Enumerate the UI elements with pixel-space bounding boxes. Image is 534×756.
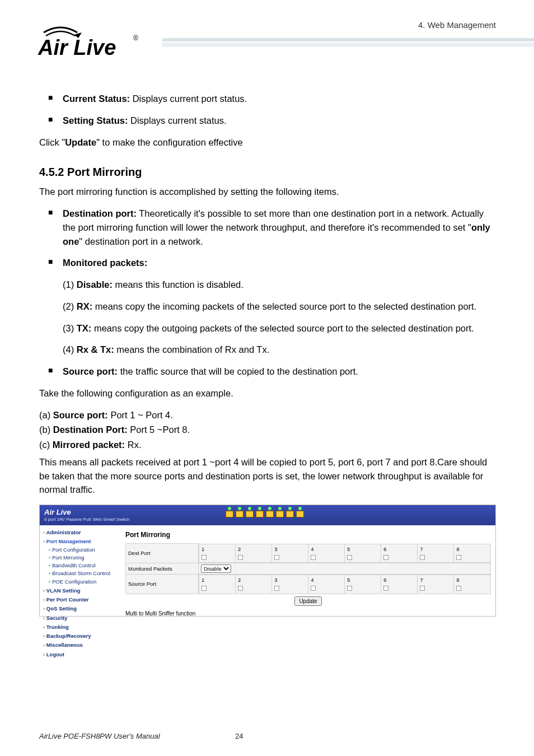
bullet-current-status: Current Status: Displays current port st… [48,92,496,106]
port-checkbox[interactable] [456,586,461,591]
sidebar-item[interactable]: Security [43,614,118,622]
port-checkbox[interactable] [456,555,461,560]
port-checkbox[interactable] [202,555,207,560]
example-result: This means all packets received at port … [39,455,496,497]
port-cell: 8 [454,544,490,563]
svg-text:Air Live: Air Live [38,36,116,59]
port-cell: 6 [381,544,418,563]
monitored-packets-label: Monitored Packets [126,563,199,575]
term: Setting Status: [63,115,128,125]
nav-port-management[interactable]: Port Management [43,538,118,545]
port-cell: 1 [199,544,236,563]
mirroring-table: Dest Port 12345678 Monitored Packets Dis… [125,543,491,594]
port-cell: 5 [345,575,381,594]
port-checkbox[interactable] [420,555,425,560]
desc: Displays current port status. [130,94,247,104]
example-intro: Take the following configuration as an e… [39,386,496,400]
port-cell: 1 [199,575,236,594]
port-cell: 7 [418,575,454,594]
sidebar-item[interactable]: Miscellaneous [43,641,118,649]
shot-subtitle: 8 port 24V Passive PoE Web Smart Switch [44,516,129,523]
sidebar-item[interactable]: Port Configuration [49,546,118,554]
monitored-packets-cell: Disable [199,563,491,575]
term: Current Status: [63,94,130,104]
monpk-4: (4) Rx & Tx: means the combination of Rx… [63,343,496,357]
port-checkbox[interactable] [383,555,388,560]
port-cell: 6 [381,575,418,594]
port-checkbox[interactable] [202,586,207,591]
page-number: 24 [235,732,243,740]
port-cell: 2 [236,575,272,594]
port-checkbox[interactable] [420,586,425,591]
port-checkbox[interactable] [347,555,352,560]
sidebar-item[interactable]: QoS Setting [43,605,118,613]
port-cell: 7 [418,544,454,563]
monitored-packets-select[interactable]: Disable [201,564,231,573]
click-update-note: Click "Update" to make the configuration… [39,136,496,150]
port-checkbox[interactable] [274,555,279,560]
port-cell: 4 [308,575,345,594]
monpk-3: (3) TX: means copy the outgoing packets … [63,321,496,335]
port-checkbox[interactable] [383,586,388,591]
sidebar-item[interactable]: Per Port Counter [43,596,118,604]
svg-text:®: ® [133,34,138,42]
shot-sidebar: Administrator Port Management Port Confi… [40,525,121,616]
nav-administrator[interactable]: Administrator [43,529,118,536]
source-port-label: Source Port [126,575,199,594]
sniffer-note: Multi to Multi Sniffer function [125,609,491,618]
header-decoration [162,28,534,50]
dest-port-label: Dest Port [126,544,199,563]
port-checkbox[interactable] [347,586,352,591]
sidebar-item[interactable]: Bandwidth Control [49,562,118,570]
monpk-2: (2) RX: means copy the incoming packets … [63,300,496,314]
table-row: Monitored Packets Disable [126,563,491,575]
airlive-logo: Air Live ® [38,21,144,60]
desc: the traffic source that will be copied t… [118,366,358,376]
example-a: (a) Source port: Port 1 ~ Port 4. [39,408,496,422]
port-checkbox[interactable] [238,555,243,560]
update-button[interactable]: Update [294,596,321,606]
port-checkbox[interactable] [238,586,243,591]
sidebar-item[interactable]: POE Configuration [49,578,118,586]
table-row: Dest Port 12345678 [126,544,491,563]
port-cell: 4 [308,544,345,563]
shot-port-icons [224,507,305,517]
port-checkbox[interactable] [311,586,316,591]
bullet-monitored-packets: Monitored packets: [48,256,496,270]
port-cell: 3 [272,575,308,594]
shot-title: Port Mirroring [125,530,491,540]
port-checkbox[interactable] [274,586,279,591]
port-cell: 3 [272,544,308,563]
bullet-destination-port: Destination port: Theoretically it's pos… [48,207,496,248]
desc: Displays current status. [128,115,226,125]
port-checkbox[interactable] [311,555,316,560]
shot-main: Port Mirroring Dest Port 12345678 Monito… [121,525,495,616]
port-cell: 5 [345,544,381,563]
table-row: Source Port 12345678 [126,575,491,594]
sidebar-item[interactable]: Broadcast Storm Control [49,570,118,577]
example-b: (b) Destination Port: Port 5 ~Port 8. [39,423,496,437]
bullet-source-port: Source port: the traffic source that wil… [48,365,496,379]
monpk-1: (1) Disable: means this function is disa… [63,278,496,292]
example-c: (c) Mirrored packet: Rx. [39,438,496,452]
sidebar-item[interactable]: Port Mirroring [49,554,118,562]
port-cell: 8 [454,575,490,594]
term: Source port: [63,366,118,376]
sidebar-item[interactable]: Backup/Recovery [43,632,118,640]
sidebar-item[interactable]: Trunking [43,623,118,631]
sidebar-item[interactable]: Logout [43,651,118,659]
section-intro: The port mirroring function is accomplis… [39,185,496,199]
port-cell: 2 [236,544,272,563]
bullet-setting-status: Setting Status: Displays current status. [48,114,496,128]
section-title: 4.5.2 Port Mirroring [39,164,496,180]
term: Monitored packets: [63,258,147,268]
term: Destination port: [63,208,137,218]
manual-title: AirLive POE-FSH8PW User's Manual [39,732,160,740]
port-mirroring-screenshot: Air Live 8 port 24V Passive PoE Web Smar… [39,505,496,617]
sidebar-item[interactable]: VLAN Setting [43,587,118,595]
